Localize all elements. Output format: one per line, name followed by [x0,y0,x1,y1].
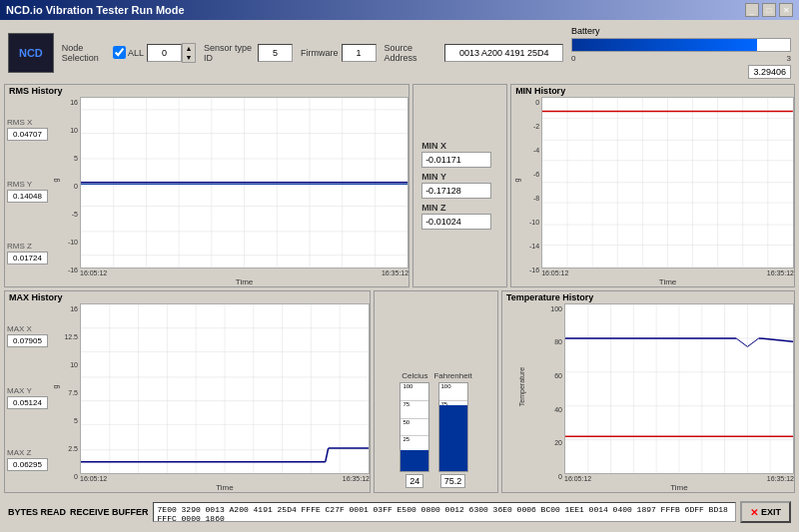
rms-panel-title: RMS History [5,85,408,97]
all-checkbox-wrap: ALL [113,46,144,59]
temp-chart-container: 16:05:12 16:35:12 Time [564,303,794,493]
rms-left-labels: RMS X 0.04707 RMS Y 0.14048 RMS Z 0.0172… [5,97,50,286]
max-x-labels: 16:05:12 16:35:12 [80,474,370,483]
fahrenheit-label: Fahrenheit [433,371,471,380]
max-z-group: MAX Z 0.06295 [7,448,48,471]
min-chart-svg [542,98,793,267]
rms-z-group: RMS Z 0.01724 [7,242,48,265]
temp-y-axis-title: Temperature [518,367,525,406]
bottom-bar: BYTES READ RECEIVE BUFFER 7E00 3290 0013… [4,496,795,528]
max-chart-svg [81,304,369,474]
rms-x-labels: 16:05:12 16:35:12 [80,268,408,277]
max-y-group: MAX Y 0.05124 [7,386,48,409]
min-x-labels: 16:05:12 16:35:12 [541,268,794,277]
rms-chart-svg [81,98,407,267]
fahrenheit-bar: 100 75 50 25 0 [438,382,468,472]
rms-y-axis-title: g [53,179,60,183]
rms-z-value: 0.01724 [7,252,48,265]
min-y-axis-title: g [514,179,521,183]
rms-chart-container: 16:05:12 16:35:12 Time [80,97,408,286]
logo: NCD [8,33,54,73]
min-chart-container: 16:05:12 16:35:12 Time [541,97,794,286]
fahrenheit-value: 75.2 [440,474,466,488]
min-y-group: MIN Y -0.17128 [421,172,498,199]
node-selection-group: Node Selection ALL ▲ ▼ [62,43,196,63]
max-panel-title: MAX History [5,291,370,303]
rms-y-label: RMS Y [7,180,48,189]
minimize-button[interactable]: _ [745,3,759,17]
charts-area: RMS History RMS X 0.04707 RMS Y 0.14048 [4,84,795,493]
sensor-type-input[interactable] [258,44,293,62]
node-selection-label: Node Selection [62,43,110,63]
min-values: MIN X -0.01171 MIN Y -0.17128 MIN Z -0.0… [417,89,502,282]
max-left-labels: MAX X 0.07905 MAX Y 0.05124 MAX Z 0.0629… [5,303,50,493]
battery-label: Battery [571,26,600,36]
min-z-group: MIN Z -0.01024 [421,203,498,230]
window-title: NCD.io Vibration Tester Run Mode [6,4,185,16]
bytes-read-label: BYTES READ [8,507,66,517]
max-chart-container: 16:05:12 16:35:12 Time [80,303,370,493]
max-y-axis-title: g [53,384,60,388]
firmware-group: Firmware [301,44,377,62]
source-address-input[interactable] [444,44,563,62]
temp-gauge-panel: Celcius 100 75 50 25 0 24 [374,290,498,494]
temp-y-axis: 100 80 60 40 20 0 [542,303,564,493]
temp-chart [564,303,794,475]
max-panel: MAX History MAX X 0.07905 MAX Y 0.05124 … [4,290,371,494]
temp-x-title: Time [564,483,794,492]
exit-icon: ✕ [750,507,758,518]
node-spinner: ▲ ▼ [182,43,196,63]
celsius-fill [400,450,428,471]
exit-label: EXIT [761,507,781,517]
fahrenheit-fill [439,405,467,471]
source-address-group: Source Address [385,43,563,63]
rms-y-axis: 16 10 5 0 -5 -10 -16 [62,97,80,286]
battery-value: 3.29406 [748,65,791,79]
battery-fill [572,39,757,51]
sensor-type-label: Sensor type ID [204,43,255,63]
svg-line-69 [736,337,747,345]
rms-y-value: 0.14048 [7,190,48,203]
max-z-value: 0.06295 [7,458,48,471]
node-value-input[interactable] [147,44,182,62]
max-x-label: MAX X [7,324,48,333]
temp-history-panel: Temperature History Temperature 100 80 6… [501,290,795,494]
max-y-label: MAX Y [7,386,48,395]
top-charts-row: RMS History RMS X 0.04707 RMS Y 0.14048 [4,84,795,287]
node-spinner-down[interactable]: ▼ [183,53,195,62]
min-chart [541,97,794,268]
rms-panel: RMS History RMS X 0.04707 RMS Y 0.14048 [4,84,409,287]
min-z-label: MIN Z [421,203,498,213]
node-spinner-up[interactable]: ▲ [183,44,195,53]
min-x-group: MIN X -0.01171 [421,141,498,168]
max-chart-area: g 16 12.5 10 7.5 5 2.5 0 [50,303,370,493]
all-checkbox[interactable] [113,46,126,59]
close-button[interactable]: ✕ [779,3,793,17]
max-x-value: 0.07905 [7,334,48,347]
fahrenheit-gauge: Fahrenheit 100 75 50 25 0 75.2 [433,371,471,488]
min-x-value: -0.01171 [421,152,491,168]
rms-chart [80,97,408,268]
gauge-container: Celcius 100 75 50 25 0 24 [375,291,497,493]
svg-line-71 [759,337,793,340]
min-x-label: MIN X [421,141,498,151]
max-y-axis: 16 12.5 10 7.5 5 2.5 0 [62,303,80,493]
firmware-input[interactable] [342,44,377,62]
sensor-type-group: Sensor type ID [204,43,293,63]
max-x-group: MAX X 0.07905 [7,324,48,347]
title-bar: NCD.io Vibration Tester Run Mode _ □ ✕ [0,0,799,20]
receive-buffer: 7E00 3290 0013 A200 4191 25D4 FFFE C27F … [153,502,736,522]
min-y-value: -0.17128 [421,183,491,199]
rms-y-group: RMS Y 0.14048 [7,180,48,203]
top-controls: NCD Node Selection ALL ▲ ▼ Sensor type I… [4,24,795,81]
battery-bar [571,38,791,52]
source-address-label: Source Address [385,43,442,63]
svg-line-70 [747,337,758,345]
min-history-panel: MIN History g 0 -2 -4 -6 -8 -10 -14 -16 [510,84,795,287]
celsius-value: 24 [405,474,423,488]
rms-x-group: RMS X 0.04707 [7,118,48,141]
battery-section: Battery 0 3 3.29406 [571,26,791,79]
exit-button[interactable]: ✕ EXIT [740,501,791,523]
min-y-label: MIN Y [421,172,498,182]
maximize-button[interactable]: □ [762,3,776,17]
